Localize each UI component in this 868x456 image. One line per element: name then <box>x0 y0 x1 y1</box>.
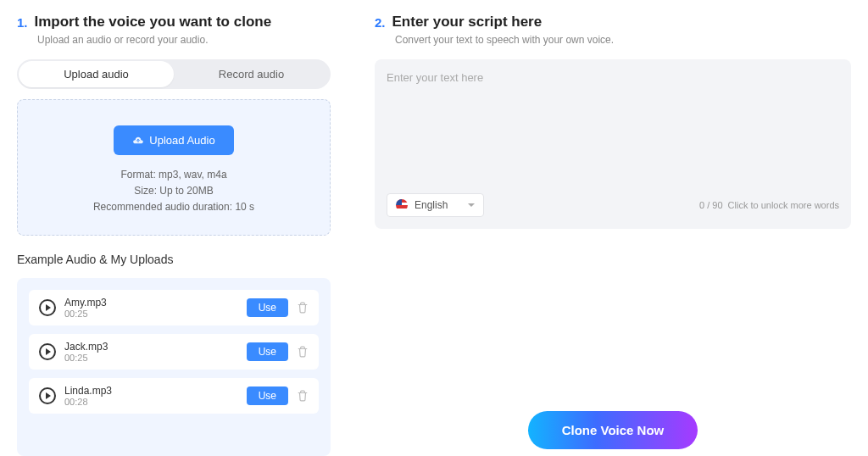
audio-duration: 00:28 <box>64 397 238 407</box>
use-button[interactable]: Use <box>247 386 288 405</box>
examples-section-title: Example Audio & My Uploads <box>17 253 331 266</box>
upload-button-label: Upload Audio <box>149 134 214 147</box>
upload-audio-button[interactable]: Upload Audio <box>114 125 233 155</box>
step-2-subtitle: Convert your text to speech with your ow… <box>395 34 851 46</box>
trash-icon[interactable] <box>297 390 309 402</box>
clone-voice-button[interactable]: Clone Voice Now <box>528 411 698 449</box>
upload-dropzone[interactable]: Upload Audio Format: mp3, wav, m4a Size:… <box>17 99 331 236</box>
step-2-title: Enter your script here <box>392 14 542 31</box>
script-textarea[interactable] <box>387 71 839 186</box>
flag-icon <box>396 199 408 211</box>
trash-icon[interactable] <box>297 346 309 358</box>
upload-size-hint: Size: Up to 20MB <box>31 183 316 199</box>
list-item: Linda.mp3 00:28 Use <box>29 378 319 414</box>
audio-name: Linda.mp3 <box>64 385 238 397</box>
chevron-down-icon <box>468 203 475 207</box>
audio-duration: 00:25 <box>64 309 238 319</box>
play-icon[interactable] <box>39 387 56 404</box>
language-select[interactable]: English <box>387 193 484 217</box>
script-panel: English 0 / 90 Click to unlock more word… <box>375 59 851 229</box>
audio-name: Jack.mp3 <box>64 341 238 353</box>
step-1-subtitle: Upload an audio or record your audio. <box>37 34 331 46</box>
char-counter: 0 / 90 <box>699 200 723 210</box>
upload-duration-hint: Recommended audio duration: 10 s <box>31 199 316 215</box>
play-icon[interactable] <box>39 299 56 316</box>
language-label: English <box>415 199 448 211</box>
list-item: Jack.mp3 00:25 Use <box>29 334 319 370</box>
use-button[interactable]: Use <box>247 298 288 317</box>
audio-list: Amy.mp3 00:25 Use Jack.mp3 00:25 Use <box>17 278 331 456</box>
step-1-number: 1. <box>17 15 28 30</box>
step-1-title: Import the voice you want to clone <box>35 14 272 31</box>
use-button[interactable]: Use <box>247 342 288 361</box>
upload-format-hint: Format: mp3, wav, m4a <box>31 167 316 183</box>
tab-record-audio[interactable]: Record audio <box>174 61 329 87</box>
list-item: Amy.mp3 00:25 Use <box>29 290 319 325</box>
tab-upload-audio[interactable]: Upload audio <box>19 61 174 87</box>
unlock-words-link[interactable]: Click to unlock more words <box>728 200 839 210</box>
trash-icon[interactable] <box>297 302 309 314</box>
cloud-upload-icon <box>132 136 144 145</box>
upload-record-tabs: Upload audio Record audio <box>17 59 331 89</box>
step-2-number: 2. <box>375 15 386 30</box>
audio-name: Amy.mp3 <box>64 297 238 309</box>
play-icon[interactable] <box>39 343 56 360</box>
audio-duration: 00:25 <box>64 353 238 363</box>
